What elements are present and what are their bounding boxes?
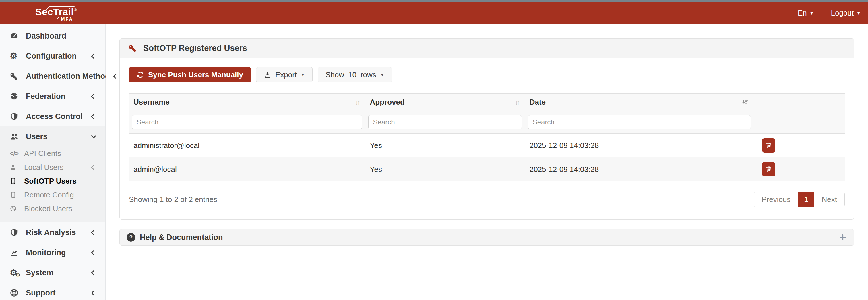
sidebar-subitem-local-users[interactable]: Local Users <box>0 160 105 174</box>
table-search-row <box>129 111 845 134</box>
delete-user-button[interactable] <box>762 162 775 176</box>
chevron-left-icon <box>91 290 96 295</box>
trash-icon <box>765 165 772 173</box>
question-circle-icon: ? <box>127 233 135 242</box>
sidebar-item-configuration[interactable]: ⚙ Configuration <box>0 46 105 66</box>
logout-dropdown[interactable]: Logout ▼ <box>823 9 861 18</box>
show-rows-button[interactable]: Show 10 rows ▼ <box>318 67 392 82</box>
sidebar-item-label: Support <box>26 289 92 297</box>
table-row: admin@local Yes 2025-12-09 14:03:28 <box>129 158 845 181</box>
brand-area: SecTrail® MFA <box>0 4 105 22</box>
gear-icon: ⚙ <box>10 52 26 60</box>
sidebar-item-dashboard[interactable]: Dashboard <box>0 26 105 46</box>
caret-down-icon: ▼ <box>857 11 861 15</box>
sort-icon: ↓↑ <box>515 98 520 106</box>
entries-summary: Showing 1 to 2 of 2 entries <box>129 195 217 204</box>
chevron-left-icon <box>91 250 96 255</box>
language-label: En <box>798 9 807 18</box>
column-label: Approved <box>370 98 405 107</box>
sort-icon: ↓↑ <box>355 98 361 106</box>
show-rows-prefix: Show <box>326 71 344 79</box>
language-dropdown[interactable]: En ▼ <box>789 9 823 18</box>
shield-icon <box>10 112 26 121</box>
download-icon <box>264 71 271 78</box>
sidebar-item-users[interactable]: Users <box>0 127 105 146</box>
top-navbar: SecTrail® MFA En ▼ Logout ▼ <box>0 2 868 24</box>
softotp-users-card: SoftOTP Registered Users Sync Push Users… <box>119 38 854 220</box>
cell-date: 2025-12-09 14:03:28 <box>525 134 754 158</box>
caret-down-icon: ▼ <box>301 73 305 77</box>
main-content: SoftOTP Registered Users Sync Push Users… <box>105 24 868 300</box>
navbar-right: En ▼ Logout ▼ <box>789 9 868 18</box>
pagination: Previous 1 Next <box>754 192 845 207</box>
logout-label: Logout <box>831 9 854 18</box>
sidebar-subitem-api-clients[interactable]: </> API Clients <box>0 146 105 160</box>
shield-icon <box>10 228 26 237</box>
search-input-date[interactable] <box>528 115 751 129</box>
sidebar-item-label: Users <box>26 132 92 141</box>
key-icon <box>10 72 26 80</box>
trash-icon <box>765 142 772 149</box>
column-header-date[interactable]: Date <box>525 94 754 111</box>
sectrail-logo: SecTrail® MFA <box>28 4 77 22</box>
sidebar-item-label: Authentication Methods <box>26 72 114 81</box>
sidebar-item-label: Configuration <box>26 52 92 61</box>
column-label: Date <box>530 98 546 107</box>
sidebar-item-federation[interactable]: Federation <box>0 86 105 106</box>
table-header-row: Username↓↑ Approved↓↑ Date <box>129 94 845 111</box>
window-top-strip <box>0 0 868 2</box>
mobile-icon <box>10 191 24 198</box>
logo-registered-mark: ® <box>74 8 76 12</box>
sidebar-subitem-softotp-users[interactable]: SoftOTP Users <box>0 174 105 188</box>
key-icon <box>128 44 137 53</box>
sidebar-item-label: Dashboard <box>26 32 96 40</box>
pagination-previous-button[interactable]: Previous <box>754 192 798 207</box>
chevron-left-icon <box>91 94 96 99</box>
cell-username: administrator@local <box>129 134 365 158</box>
sidebar-subitem-remote-config[interactable]: Remote Config <box>0 188 105 202</box>
search-input-username[interactable] <box>132 115 362 129</box>
sidebar-subitem-label: Remote Config <box>24 191 96 199</box>
sidebar-item-monitoring[interactable]: Monitoring <box>0 243 105 263</box>
life-ring-icon <box>10 289 26 297</box>
logo-text: SecTrail® <box>35 6 77 18</box>
sidebar-item-label: Risk Analysis <box>26 228 92 237</box>
sort-descending-icon <box>741 98 749 106</box>
help-documentation-panel[interactable]: ? Help & Documentation <box>119 229 854 246</box>
sidebar-item-label: Federation <box>26 92 92 101</box>
sidebar-subitem-blocked-users[interactable]: Blocked Users <box>0 202 105 216</box>
sidebar-item-authentication-methods[interactable]: Authentication Methods <box>0 66 105 86</box>
chevron-left-icon <box>91 270 96 275</box>
users-table: Username↓↑ Approved↓↑ Date <box>129 93 845 181</box>
plus-icon[interactable] <box>838 233 847 242</box>
sidebar-item-support[interactable]: Support <box>0 283 105 300</box>
search-input-approved[interactable] <box>368 115 522 129</box>
sidebar-item-system[interactable]: ⚙⚙ System <box>0 263 105 283</box>
mobile-icon <box>10 178 24 185</box>
cell-approved: Yes <box>365 158 525 181</box>
chevron-down-icon <box>91 133 96 138</box>
cell-username: admin@local <box>129 158 365 181</box>
caret-down-icon: ▼ <box>380 73 384 77</box>
export-button[interactable]: Export ▼ <box>256 67 313 82</box>
pagination-next-button[interactable]: Next <box>814 192 844 207</box>
cell-actions <box>754 158 845 181</box>
sync-push-users-button[interactable]: Sync Push Users Manually <box>129 67 251 82</box>
column-header-actions <box>754 94 845 111</box>
chevron-left-icon <box>91 114 96 119</box>
column-header-approved[interactable]: Approved↓↑ <box>365 94 525 111</box>
show-rows-value: 10 <box>348 71 356 79</box>
sidebar-subitem-label: Local Users <box>24 163 92 172</box>
globe-icon <box>10 92 26 101</box>
sidebar-item-access-control[interactable]: Access Control <box>0 106 105 127</box>
delete-user-button[interactable] <box>762 138 775 153</box>
column-header-username[interactable]: Username↓↑ <box>129 94 365 111</box>
sidebar-subitem-label: API Clients <box>24 149 96 158</box>
card-header: SoftOTP Registered Users <box>120 38 854 58</box>
sync-button-label: Sync Push Users Manually <box>148 71 243 79</box>
sidebar-item-risk-analysis[interactable]: Risk Analysis <box>0 222 105 243</box>
column-label: Username <box>133 98 169 107</box>
chart-line-icon <box>10 248 26 257</box>
sidebar-subitem-label: Blocked Users <box>24 204 96 213</box>
pagination-page-1-button[interactable]: 1 <box>798 192 814 207</box>
